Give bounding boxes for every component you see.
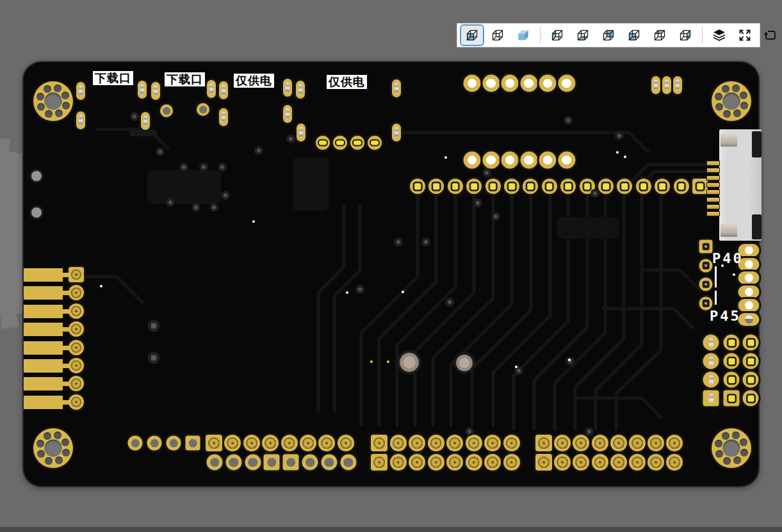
pad xyxy=(409,454,425,471)
silk-dot xyxy=(444,156,447,159)
reset-view-button[interactable] xyxy=(758,24,782,46)
large-plated-hole xyxy=(456,355,473,371)
view-wireframe-button[interactable] xyxy=(485,24,510,46)
view-left-button[interactable] xyxy=(545,24,569,46)
pad-hole xyxy=(70,360,81,371)
pad-hole xyxy=(434,183,440,189)
pad xyxy=(245,455,261,471)
pad xyxy=(539,152,557,169)
pad-hole xyxy=(265,437,277,449)
via-hole xyxy=(62,449,70,456)
pad xyxy=(636,179,651,194)
zoom-to-fit-button[interactable] xyxy=(733,24,757,46)
pad xyxy=(302,455,318,471)
pad-hole xyxy=(575,456,587,469)
pad xyxy=(542,179,557,194)
pad-hole xyxy=(283,437,295,449)
pad xyxy=(283,79,292,97)
via-hole xyxy=(722,85,729,93)
pad-hole xyxy=(747,376,754,383)
toolbar-separator xyxy=(702,27,703,44)
pad-hole xyxy=(562,156,571,165)
silkscreen-label: 仅供电 xyxy=(234,74,274,88)
pad-hole xyxy=(575,437,587,449)
fit-icon xyxy=(737,28,753,43)
pad-hole xyxy=(747,358,754,364)
finger-trace xyxy=(61,309,70,314)
via xyxy=(220,165,224,169)
pad xyxy=(724,391,740,407)
finger-trace xyxy=(61,273,70,277)
pad-hole xyxy=(131,439,139,447)
via xyxy=(168,200,172,204)
pad-hole xyxy=(505,437,517,449)
layers-button[interactable] xyxy=(707,24,731,46)
pad xyxy=(504,179,519,194)
pad-hole xyxy=(468,79,477,88)
view-back-button[interactable] xyxy=(596,24,621,46)
pad-hole xyxy=(395,127,398,138)
via xyxy=(617,134,621,138)
pad-hole xyxy=(745,246,753,255)
pad-hole xyxy=(325,458,334,467)
pad-hole xyxy=(143,116,147,127)
via-hole xyxy=(45,110,53,118)
pad xyxy=(141,112,150,130)
view-solid-button[interactable] xyxy=(511,24,535,46)
via-hole xyxy=(54,431,61,439)
pad xyxy=(724,335,740,351)
via xyxy=(133,115,136,118)
via xyxy=(202,165,206,169)
edge-finger-pad xyxy=(24,396,63,409)
pad-hole xyxy=(584,183,591,189)
pad xyxy=(743,372,759,388)
pad-hole xyxy=(150,439,158,447)
view-front-button[interactable] xyxy=(622,24,646,46)
via-hole xyxy=(732,431,740,439)
silk-dot xyxy=(616,151,619,154)
pcb-3d-viewport[interactable]: 下载口下载口仅供电仅供电 P40 P45 xyxy=(0,0,782,532)
pad-hole xyxy=(298,85,302,95)
view-bottom-button[interactable] xyxy=(571,24,595,46)
via-hole xyxy=(733,456,741,464)
toolbar-separator xyxy=(540,27,541,44)
pad xyxy=(371,435,387,451)
pad xyxy=(428,179,444,194)
via xyxy=(468,430,471,433)
via-large xyxy=(151,323,157,329)
view-shaded-outline-button[interactable] xyxy=(460,24,484,46)
via xyxy=(182,165,186,169)
pad-hole xyxy=(411,437,423,449)
pad xyxy=(392,79,401,97)
pad-hole xyxy=(79,115,83,126)
pad-hole xyxy=(188,439,197,447)
reset-icon xyxy=(763,28,778,43)
silkscreen-label: 下载口 xyxy=(165,72,205,86)
pad-hole xyxy=(373,437,386,449)
pad-hole xyxy=(745,274,753,282)
fpc-connector-pin xyxy=(707,168,719,172)
pad-hole xyxy=(411,456,423,469)
pad-hole xyxy=(319,141,327,145)
pad-hole xyxy=(371,141,379,145)
p40-label: P40 xyxy=(712,250,744,266)
pad-hole xyxy=(286,458,296,467)
pad xyxy=(484,435,501,451)
pad xyxy=(666,435,683,451)
pad-hole xyxy=(70,269,81,280)
pad-hole xyxy=(321,437,333,449)
pad-hole xyxy=(622,183,628,189)
fpc-connector-tab xyxy=(721,223,737,237)
pad xyxy=(558,152,575,169)
pad xyxy=(186,436,200,451)
view-right-button[interactable] xyxy=(673,24,697,46)
pad xyxy=(300,435,316,451)
pad xyxy=(243,435,260,451)
pad-hole xyxy=(208,437,220,449)
pad xyxy=(225,455,241,471)
pad-hole xyxy=(603,183,609,189)
pad xyxy=(503,435,520,451)
mounting-hole xyxy=(712,428,751,468)
solder-dot xyxy=(370,360,373,363)
view-top-button[interactable] xyxy=(648,24,672,46)
